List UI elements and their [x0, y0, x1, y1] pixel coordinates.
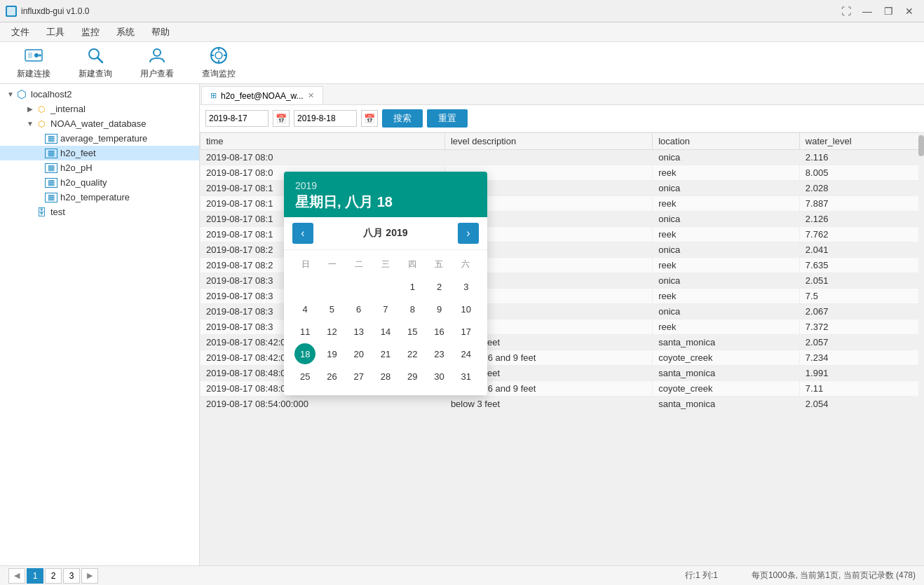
sidebar-item-h2o-quality[interactable]: ▦ h2o_quality [0, 175, 199, 190]
calendar-day[interactable]: 4 [294, 298, 315, 319]
calendar-nav: ‹ 八月 2019 › [284, 217, 487, 250]
next-page-button[interactable]: ▶ [81, 568, 98, 584]
sidebar-item-avg-temp[interactable]: ▦ average_temperature [0, 131, 199, 146]
menu-bar: 文件 工具 监控 系统 帮助 [0, 22, 924, 42]
new-connect-icon [24, 46, 43, 65]
calendar-day[interactable]: 1 [402, 276, 423, 297]
fullscreen-button[interactable]: ⛶ [837, 4, 855, 18]
calendar-day[interactable]: 6 [348, 298, 369, 319]
database-icon-noaa: ⬡ [35, 119, 48, 129]
scrollbar[interactable] [918, 132, 924, 565]
calendar-day[interactable]: 20 [348, 343, 369, 364]
calendar-day[interactable]: 3 [456, 276, 477, 297]
close-button[interactable]: ✕ [900, 4, 918, 18]
toolbar: 新建连接 新建查询 用户查看 [0, 42, 924, 84]
calendar-day[interactable]: 26 [321, 366, 342, 387]
sidebar-item-test[interactable]: 🗄 test [0, 205, 199, 219]
tab-h2o-feet[interactable]: ⊞ h2o_feet@NOAA_w... ✕ [201, 86, 323, 104]
tree-arrow-noaa: ▼ [25, 120, 35, 128]
menu-file[interactable]: 文件 [3, 23, 38, 41]
page-1-button[interactable]: 1 [27, 568, 43, 584]
sidebar-item-localhost2[interactable]: ▼ ⬡ localhost2 [0, 87, 199, 102]
page-3-button[interactable]: 3 [63, 568, 80, 584]
calendar-day[interactable]: 13 [348, 321, 369, 342]
col-level-desc: level description [444, 133, 652, 150]
end-date-calendar-button[interactable]: 📅 [361, 110, 378, 127]
weekday-sun: 日 [292, 256, 319, 273]
svg-rect-0 [7, 7, 15, 15]
calendar-day[interactable]: 2 [429, 276, 450, 297]
table-row[interactable]: 2019-08-17 08:0onica2.116 [201, 150, 924, 165]
end-date-input[interactable] [294, 110, 357, 127]
calendar-day[interactable]: 7 [375, 298, 396, 319]
search-button[interactable]: 搜索 [382, 109, 423, 128]
tree-arrow: ▼ [6, 90, 15, 98]
sidebar-item-internal[interactable]: ▶ ⬡ _internal [0, 102, 199, 116]
menu-monitor[interactable]: 监控 [73, 23, 108, 41]
calendar-day[interactable]: 15 [402, 321, 423, 342]
calendar-day[interactable]: 19 [321, 343, 342, 364]
calendar-day[interactable]: 30 [429, 366, 450, 387]
calendar-day[interactable]: 23 [429, 343, 450, 364]
menu-help[interactable]: 帮助 [143, 23, 178, 41]
new-connect-button[interactable]: 新建连接 [11, 43, 56, 83]
calendar-day[interactable]: 17 [456, 321, 477, 342]
calendar-popup: 2019 星期日, 八月 18 ‹ 八月 2019 › 日 一 二 三 四 五 [284, 172, 487, 395]
scroll-thumb [918, 135, 924, 156]
new-query-button[interactable]: 新建查询 [73, 43, 118, 83]
calendar-day[interactable]: 9 [429, 298, 450, 319]
calendar-day[interactable]: 24 [456, 343, 477, 364]
user-view-button[interactable]: 用户查看 [135, 43, 179, 83]
calendar-day[interactable]: 29 [402, 366, 423, 387]
sidebar-item-h2o-temp[interactable]: ▦ h2o_temperature [0, 190, 199, 205]
table-container[interactable]: time level description location water_le… [200, 132, 924, 565]
svg-point-8 [154, 49, 161, 56]
start-date-input[interactable] [205, 110, 269, 127]
table-icon-h2o-ph: ▦ [45, 163, 57, 173]
calendar-day[interactable]: 16 [429, 321, 450, 342]
database-icon-internal: ⬡ [35, 104, 48, 114]
calendar-day[interactable]: 21 [375, 343, 396, 364]
menu-tools[interactable]: 工具 [38, 23, 73, 41]
minimize-button[interactable]: — [858, 4, 876, 18]
calendar-day[interactable]: 8 [402, 298, 423, 319]
calendar-day[interactable]: 31 [456, 366, 477, 387]
restore-button[interactable]: ❐ [879, 4, 897, 18]
menu-system[interactable]: 系统 [108, 23, 143, 41]
weekday-sat: 六 [452, 256, 479, 273]
sidebar-item-h2o-feet[interactable]: ▦ h2o_feet [0, 146, 199, 160]
start-date-calendar-button[interactable]: 📅 [273, 110, 290, 127]
weekday-wed: 三 [372, 256, 399, 273]
calendar-day[interactable]: 12 [321, 321, 342, 342]
page-2-button[interactable]: 2 [45, 568, 62, 584]
calendar-day-empty [348, 276, 369, 297]
calendar-day[interactable]: 11 [294, 321, 315, 342]
weekday-mon: 一 [319, 256, 346, 273]
calendar-prev-button[interactable]: ‹ [292, 223, 313, 244]
window-controls: ⛶ — ❐ ✕ [837, 4, 918, 18]
calendar-day[interactable]: 22 [402, 343, 423, 364]
sidebar-item-h2o-ph[interactable]: ▦ h2o_pH [0, 160, 199, 175]
tab-close-button[interactable]: ✕ [308, 91, 314, 100]
table-row[interactable]: 2019-08-17 08:54:00:000below 3 feetsanta… [201, 397, 924, 412]
weekday-thu: 四 [399, 256, 426, 273]
calendar-day[interactable]: 18 [294, 343, 315, 364]
svg-point-10 [215, 52, 222, 59]
table-icon-h2o-quality: ▦ [45, 178, 57, 188]
calendar-month-label: 八月 2019 [363, 227, 407, 240]
calendar-day[interactable]: 27 [348, 366, 369, 387]
prev-page-button[interactable]: ◀ [8, 568, 25, 584]
calendar-day[interactable]: 28 [375, 366, 396, 387]
sidebar-item-noaa[interactable]: ▼ ⬡ NOAA_water_database [0, 116, 199, 131]
table-icon-h2o-feet: ▦ [45, 149, 57, 158]
sidebar: ▼ ⬡ localhost2 ▶ ⬡ _internal ▼ ⬡ NOAA_wa… [0, 84, 200, 565]
calendar-day-empty [321, 276, 342, 297]
table-icon-h2o-temp: ▦ [45, 193, 57, 202]
calendar-day[interactable]: 14 [375, 321, 396, 342]
reset-button[interactable]: 重置 [427, 109, 468, 128]
calendar-day[interactable]: 25 [294, 366, 315, 387]
calendar-day[interactable]: 10 [456, 298, 477, 319]
calendar-next-button[interactable]: › [458, 223, 479, 244]
query-monitor-button[interactable]: 查询监控 [196, 43, 241, 83]
calendar-day[interactable]: 5 [321, 298, 342, 319]
